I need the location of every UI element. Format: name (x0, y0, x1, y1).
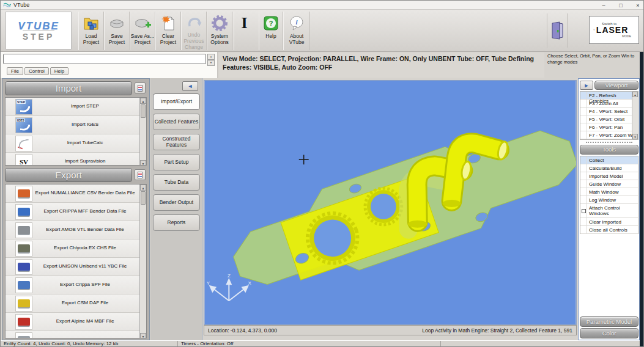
tool-attach-control-windows[interactable]: Attach Control Windows (580, 204, 638, 218)
export-item[interactable]: Export AMOB VTL Bender Data File (6, 221, 146, 239)
exit-door-icon (550, 21, 564, 40)
tab-import-export[interactable]: Import/Export (153, 93, 200, 110)
expand-panel-button[interactable]: ► (580, 81, 593, 90)
math-engine-activity: Loop Activity in Math Engine: Straight 2… (422, 327, 572, 334)
vp-cmd-zoom-win[interactable]: F7 - VPort: Zoom Win (580, 131, 638, 139)
desktop-edge (640, 52, 644, 346)
vp-cmd-refresh-graphics[interactable]: F2 - Refresh Graphics (580, 92, 638, 100)
help-icon: ? (262, 14, 279, 32)
tool-close-all-controls[interactable]: Close all Controls (580, 226, 638, 234)
gear-icon (210, 14, 229, 32)
export-list-scrollbar[interactable]: ▲ ▼ (139, 184, 146, 338)
scroll-down-icon[interactable]: ▼ (140, 160, 146, 166)
import-item-iges[interactable]: IGES Import IGES (6, 116, 146, 134)
tool-math-window[interactable]: Math Window (580, 188, 638, 196)
tool-imported-model[interactable]: Imported Model (580, 172, 638, 180)
import-item-supravision[interactable]: SV Import Supravision (6, 153, 146, 166)
about-vtube-button[interactable]: i About VTube (283, 12, 310, 50)
scroll-up-icon[interactable]: ▲ (632, 92, 638, 97)
arrow-left-icon: ◄ (188, 83, 193, 89)
tool-calculate-build[interactable]: Calculate/Build (580, 164, 638, 172)
export-item[interactable]: Export CSM DAF File (6, 294, 146, 313)
export-item[interactable]: Export CRIPPA MFF Bender Data File (6, 203, 146, 221)
tool-guide-window[interactable]: Guide Window (580, 180, 638, 188)
vp-cmd-orbit[interactable]: F5 - VPort: Orbit (580, 115, 638, 123)
info-bubble-icon: i (288, 14, 305, 32)
viewport-list-scrollbar[interactable]: ▲ ▼ (632, 92, 638, 139)
menu-help[interactable]: Help (50, 67, 68, 75)
tool-collect[interactable]: Collect (580, 156, 638, 164)
scroll-up-icon[interactable]: ▲ (140, 184, 146, 191)
iges-file-icon: IGES (15, 117, 32, 133)
export-item[interactable]: Export Crippa SPF File (6, 276, 146, 294)
command-row: ▲ ▼ File Control Help View Mode: SELECT,… (1, 52, 644, 78)
exit-button[interactable] (547, 13, 568, 48)
bender-machine-icon (15, 332, 32, 339)
tab-constructed-features[interactable]: Constructed Features (153, 134, 200, 150)
vp-cmd-pan[interactable]: F6 - VPort: Pan (580, 123, 638, 131)
import-list: STEP Import STEP IGES Import IGES Import… (5, 97, 147, 166)
scroll-down-icon[interactable]: ▼ (632, 134, 638, 139)
spinner-up-icon[interactable]: ▲ (207, 54, 215, 60)
export-item[interactable]: Export UNISON Unibend v11 YBC File (6, 258, 146, 276)
attach-windows-checkbox[interactable] (582, 209, 586, 213)
menu-control[interactable]: Control (24, 67, 49, 75)
export-item[interactable]: Export Chiyoda EX CHS File (6, 239, 146, 258)
vtube-window: VTube – □ × VTUBE STEP Load Project Save… (0, 0, 644, 347)
tab-collected-features[interactable]: Collected Features (153, 114, 200, 130)
viewport-panel-header[interactable]: Viewport (594, 81, 638, 90)
nav-tab-column: ◄ Import/Export Collected Features Const… (150, 78, 202, 340)
export-item[interactable]: Export NUMALLIANCE CSV Bender Data File (6, 184, 146, 203)
svg-text:?: ? (269, 20, 273, 27)
scroll-up-icon[interactable]: ▲ (140, 98, 146, 104)
scroll-down-icon[interactable]: ▼ (140, 333, 146, 338)
collapse-panel-button[interactable]: ◄ (182, 81, 198, 91)
bender-machine-icon (15, 259, 32, 275)
axis-x-label: X (248, 280, 251, 286)
color-header[interactable]: Color (580, 328, 638, 338)
bender-machine-icon (15, 204, 32, 220)
import-item-tubecalc[interactable]: Import TubeCalc (6, 134, 146, 153)
export-item[interactable]: Export SMI TXT File (6, 331, 146, 338)
save-project-button[interactable]: Save Project (104, 12, 130, 50)
tab-tube-data[interactable]: Tube Data (153, 174, 200, 191)
vtube-step-logo: VTUBE STEP (6, 12, 72, 49)
import-section-button[interactable] (135, 82, 146, 93)
export-section-header[interactable]: Export (5, 168, 132, 182)
tab-reports[interactable]: Reports (153, 214, 200, 231)
parametric-model-header[interactable]: Parametric Model (580, 316, 638, 327)
bender-machine-icon (15, 241, 32, 257)
export-section-button[interactable] (135, 169, 146, 180)
save-as-project-button[interactable]: Save As... Project (130, 12, 155, 50)
panel-splitter[interactable] (586, 142, 632, 143)
text-cursor-tool[interactable]: I (234, 12, 254, 50)
close-button[interactable]: × (634, 2, 642, 9)
view-mode-status: View Mode: SELECT, Projection: PARALLEL,… (219, 53, 544, 78)
bender-machine-icon (15, 222, 32, 238)
help-button[interactable]: ? Help (259, 12, 283, 50)
tool-log-window[interactable]: Log Window (580, 196, 638, 204)
command-spinner[interactable]: ▲ ▼ (207, 54, 215, 64)
switch-to-laser-button[interactable]: Switch to LASER MODE (589, 16, 639, 44)
timers-status: Timers - Orientation: Off (178, 341, 441, 346)
viewport-3d-canvas[interactable]: Z Y X (204, 80, 577, 325)
tools-panel-header[interactable]: Tools (580, 145, 638, 155)
import-list-scrollbar[interactable]: ▲ ▼ (139, 98, 146, 166)
system-options-button[interactable]: System Options (207, 12, 232, 50)
tab-part-setup[interactable]: Part Setup (153, 154, 200, 170)
clear-project-button[interactable]: Clear Project (155, 12, 181, 50)
command-input[interactable] (3, 54, 206, 64)
spinner-down-icon[interactable]: ▼ (207, 60, 215, 66)
tab-bender-output[interactable]: Bender Output (153, 194, 200, 211)
import-item-step[interactable]: STEP Import STEP (6, 98, 146, 116)
tool-clear-imported[interactable]: Clear Imported (580, 218, 638, 226)
minimize-button[interactable]: – (599, 2, 608, 9)
vp-cmd-zoom-all[interactable]: F3 - Zoom All (580, 100, 638, 108)
undo-previous-change-button[interactable]: Undo Previous Change (181, 12, 207, 50)
vp-cmd-select[interactable]: F4 - VPort: Select (580, 108, 638, 115)
menu-file[interactable]: File (7, 67, 23, 75)
maximize-button[interactable]: □ (616, 2, 625, 9)
export-item[interactable]: Export Alpine M4 MBF File (6, 313, 146, 331)
load-project-button[interactable]: Load Project (78, 12, 104, 50)
import-section-header[interactable]: Import (5, 81, 132, 95)
